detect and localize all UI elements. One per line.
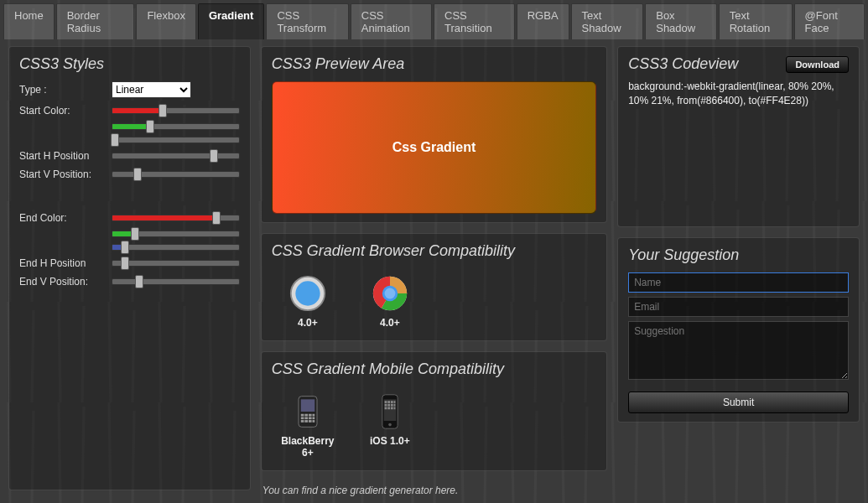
footer-note[interactable]: You can find a nice gradient generator h… (261, 481, 607, 500)
end-color-g-slider[interactable] (112, 231, 240, 237)
email-field[interactable] (628, 297, 849, 317)
end-h-slider[interactable] (112, 260, 240, 267)
start-color-r-slider[interactable] (112, 107, 240, 114)
svg-rect-29 (387, 404, 390, 407)
mobile-compat-panel: CSS Gradient Mobile Compatibility BlackB… (261, 351, 607, 471)
styles-title: CSS3 Styles (19, 55, 240, 73)
end-h-label: End H Position (19, 257, 112, 269)
iphone-icon (370, 392, 410, 432)
svg-rect-12 (309, 414, 312, 417)
start-color-g-slider[interactable] (112, 123, 240, 130)
tab-border-radius[interactable]: Border Radius (56, 3, 135, 39)
tab--font-face[interactable]: @Font Face (794, 3, 865, 39)
start-v-slider[interactable] (112, 171, 240, 178)
name-field[interactable] (628, 272, 849, 293)
end-color-r-slider[interactable] (112, 215, 240, 221)
svg-rect-25 (387, 401, 390, 403)
svg-rect-27 (393, 401, 395, 403)
code-output: background:-webkit-gradient(linear, 80% … (628, 80, 849, 108)
svg-rect-14 (301, 417, 304, 419)
svg-rect-19 (304, 420, 308, 423)
tab-text-rotation[interactable]: Text Rotation (719, 3, 793, 39)
preview-title: CSS3 Preview Area (272, 55, 596, 73)
tab-css-transition[interactable]: CSS Transition (434, 3, 515, 39)
tab-box-shadow[interactable]: Box Shadow (645, 3, 716, 39)
gradient-preview: Css Gradient (272, 81, 596, 214)
svg-rect-18 (301, 420, 304, 423)
svg-rect-32 (384, 407, 387, 410)
start-h-label: Start H Position (19, 150, 112, 162)
start-color-label: Start Color: (19, 105, 112, 117)
start-color-b-slider[interactable] (112, 137, 240, 143)
download-button[interactable]: Download (786, 56, 849, 73)
svg-rect-35 (393, 407, 395, 410)
tab-text-shadow[interactable]: Text Shadow (571, 3, 644, 39)
tab-css-animation[interactable]: CSS Animation (351, 3, 432, 39)
svg-rect-34 (391, 407, 393, 410)
svg-rect-31 (393, 404, 395, 407)
end-color-label: End Color: (19, 212, 112, 224)
svg-rect-11 (304, 414, 308, 417)
tab-bar: HomeBorder RadiusFlexboxGradientCSS Tran… (0, 0, 868, 39)
suggestion-title: Your Suggestion (628, 246, 849, 264)
svg-rect-20 (309, 420, 312, 423)
suggestion-field[interactable] (628, 321, 849, 380)
svg-rect-26 (391, 401, 393, 403)
browser-compat-panel: CSS Gradient Browser Compatibility 4.0+ … (261, 233, 607, 341)
svg-rect-24 (384, 401, 387, 403)
end-v-slider[interactable] (112, 278, 240, 285)
tab-css-transform[interactable]: CSS Transform (266, 3, 348, 39)
blackberry-icon (288, 392, 328, 432)
chrome-icon (370, 273, 410, 314)
svg-rect-21 (312, 420, 314, 423)
codeview-title: CSS3 Codeview (628, 55, 738, 73)
svg-rect-28 (384, 404, 387, 407)
svg-rect-9 (301, 399, 315, 412)
safari-icon (288, 273, 328, 314)
type-label: Type : (19, 84, 112, 96)
type-select[interactable]: Linear (112, 81, 191, 98)
svg-rect-15 (304, 417, 308, 419)
browser-compat-title: CSS Gradient Browser Compatibility (272, 242, 596, 260)
start-v-label: Start V Position: (19, 169, 112, 180)
codeview-panel: CSS3 Codeview Download background:-webki… (617, 46, 860, 227)
svg-rect-17 (312, 417, 314, 419)
submit-button[interactable]: Submit (628, 392, 849, 413)
compat-chrome: 4.0+ (361, 273, 419, 329)
svg-rect-10 (301, 414, 304, 417)
tab-home[interactable]: Home (3, 3, 55, 39)
suggestion-panel: Your Suggestion Submit (617, 237, 860, 423)
compat-safari: 4.0+ (278, 273, 337, 329)
svg-rect-30 (391, 404, 393, 407)
compat-ios: iOS 1.0+ (361, 392, 419, 459)
start-h-slider[interactable] (112, 153, 240, 159)
svg-point-7 (384, 288, 395, 299)
svg-point-36 (388, 423, 392, 427)
svg-rect-16 (309, 417, 312, 419)
tab-rgba[interactable]: RGBA (517, 3, 569, 39)
end-color-b-slider[interactable] (112, 244, 240, 251)
compat-blackberry: BlackBerry 6+ (278, 392, 337, 459)
preview-label: Css Gradient (392, 140, 476, 155)
tab-gradient[interactable]: Gradient (198, 3, 264, 39)
tab-flexbox[interactable]: Flexbox (136, 3, 196, 39)
mobile-compat-title: CSS Gradient Mobile Compatibility (272, 360, 596, 378)
svg-rect-33 (387, 407, 390, 410)
preview-panel: CSS3 Preview Area Css Gradient (261, 46, 607, 223)
svg-rect-13 (312, 414, 314, 417)
end-v-label: End V Position: (19, 276, 112, 288)
styles-panel: CSS3 Styles Type : Linear Start Color: S… (8, 46, 251, 490)
